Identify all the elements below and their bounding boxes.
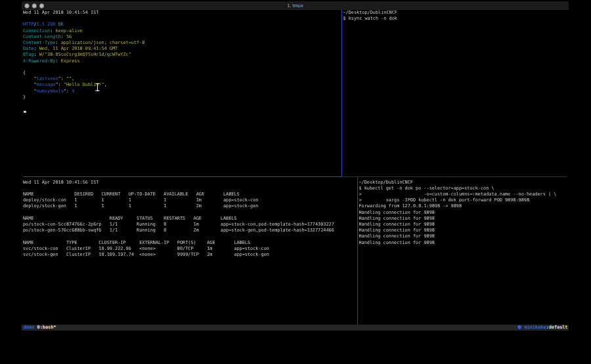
window-titlebar[interactable]: 1. tmux	[22, 1, 569, 10]
window-title: 1. tmux	[22, 1, 569, 10]
terminal-screen[interactable]: Wed 11 Apr 2018 10:41:54 IST HTTP/1.1 20…	[22, 10, 569, 325]
window-flag[interactable]: 0:bash*	[37, 325, 56, 330]
pane-ksync-watch[interactable]: ~/Desktop/DublinCNCF $ ksync watch -n do…	[343, 10, 397, 22]
pane-border-horizontal-left[interactable]	[23, 176, 342, 177]
terminal-window: 1. tmux Wed 11 Apr 2018 10:41:54 IST HTT…	[22, 1, 569, 333]
kube-context: minikube	[525, 325, 546, 330]
status-right: ⬢ minikube:default	[517, 325, 567, 331]
desktop: { "window": { "title": "1. tmux" }, "col…	[0, 0, 591, 364]
kube-namespace: :default	[546, 325, 568, 330]
pane-border-horizontal-right[interactable]	[343, 176, 567, 177]
pane-port-forward[interactable]: ~/Desktop/DublinCNCF $ kubectl get -n do…	[359, 180, 557, 246]
pane-http-response[interactable]: Wed 11 Apr 2018 10:41:54 IST HTTP/1.1 20…	[23, 10, 144, 100]
terminal-cursor	[24, 111, 26, 113]
text-ibeam-mouse-cursor	[95, 83, 100, 92]
tmux-status-bar: demo 0:bash* ⬢ minikube:default	[22, 325, 569, 331]
pane-kubectl-resources[interactable]: Wed 11 Apr 2018 10:41:56 IST NAME DESIRE…	[23, 180, 334, 258]
session-name: demo	[24, 325, 34, 330]
status-left: demo 0:bash*	[24, 325, 56, 331]
pane-border-vertical-top[interactable]	[341, 10, 342, 177]
pane-border-vertical-bottom[interactable]	[357, 177, 358, 325]
